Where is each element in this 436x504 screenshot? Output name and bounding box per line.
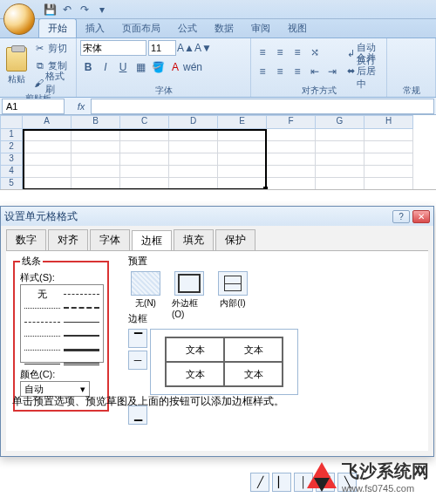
- col-header[interactable]: A: [23, 115, 72, 129]
- style-none[interactable]: 无: [24, 289, 60, 299]
- row-header[interactable]: 5: [0, 178, 23, 190]
- cell[interactable]: [72, 166, 120, 178]
- worksheet[interactable]: A B C D E F G H 12345: [0, 115, 436, 190]
- border-middle-button[interactable]: ─: [128, 351, 147, 370]
- cell[interactable]: [169, 141, 218, 153]
- cell[interactable]: [267, 178, 316, 190]
- cell[interactable]: [316, 141, 364, 153]
- fx-icon[interactable]: fx: [73, 101, 89, 112]
- cell[interactable]: [364, 153, 413, 166]
- cell[interactable]: [120, 166, 169, 178]
- cell[interactable]: [72, 129, 120, 141]
- cell[interactable]: [169, 153, 218, 166]
- border-diag-up-button[interactable]: ╱: [250, 473, 269, 492]
- style-dashdotdot[interactable]: [24, 330, 60, 341]
- indent-increase-button[interactable]: ⇥: [324, 64, 340, 79]
- font-name-select[interactable]: [80, 40, 146, 56]
- cut-button[interactable]: ✂剪切: [31, 40, 71, 56]
- font-size-select[interactable]: [148, 40, 176, 56]
- name-box[interactable]: A1: [2, 99, 65, 114]
- cell[interactable]: [218, 129, 267, 141]
- cell[interactable]: [267, 166, 316, 178]
- formula-input[interactable]: [91, 99, 434, 114]
- cell[interactable]: [267, 141, 316, 153]
- cell[interactable]: [218, 166, 267, 178]
- grow-font-button[interactable]: A▲: [178, 40, 194, 56]
- border-left-button[interactable]: ▏: [272, 473, 291, 492]
- cell[interactable]: [120, 129, 169, 141]
- style-thick[interactable]: [64, 344, 99, 355]
- style-hair[interactable]: [24, 344, 60, 355]
- cell[interactable]: [72, 153, 120, 166]
- merge-center-button[interactable]: ⬌合并后居中: [344, 64, 383, 79]
- save-icon[interactable]: 💾: [42, 2, 58, 17]
- cell[interactable]: [23, 153, 72, 166]
- style-med-dash[interactable]: [64, 303, 99, 313]
- align-middle-button[interactable]: ≡: [272, 44, 288, 60]
- tab-page-layout[interactable]: 页面布局: [113, 19, 169, 37]
- dtab-fill[interactable]: 填充: [174, 229, 214, 250]
- cell[interactable]: [169, 166, 218, 178]
- undo-icon[interactable]: ↶: [59, 2, 75, 17]
- cell[interactable]: [316, 178, 364, 190]
- redo-icon[interactable]: ↷: [77, 2, 92, 17]
- phonetic-button[interactable]: wén: [185, 59, 201, 75]
- tab-home[interactable]: 开始: [38, 18, 77, 37]
- border-preview[interactable]: 文本 文本 文本 文本: [150, 329, 298, 395]
- cell[interactable]: [23, 141, 72, 153]
- style-dashed[interactable]: [24, 317, 60, 327]
- col-header[interactable]: B: [72, 115, 120, 129]
- cell[interactable]: [316, 129, 364, 141]
- cell[interactable]: [364, 178, 413, 190]
- dialog-help-button[interactable]: ?: [392, 210, 410, 223]
- align-top-button[interactable]: ≡: [255, 44, 270, 60]
- cell[interactable]: [120, 178, 169, 190]
- dtab-number[interactable]: 数字: [6, 229, 46, 250]
- orientation-button[interactable]: ⤭: [307, 44, 323, 60]
- cell[interactable]: [364, 141, 413, 153]
- col-header[interactable]: F: [267, 115, 316, 129]
- row-header[interactable]: 2: [0, 141, 23, 153]
- align-bottom-button[interactable]: ≡: [290, 44, 305, 60]
- align-right-button[interactable]: ≡: [290, 64, 305, 79]
- cell[interactable]: [23, 129, 72, 141]
- cell[interactable]: [364, 129, 413, 141]
- tab-review[interactable]: 审阅: [242, 19, 279, 37]
- cell[interactable]: [23, 178, 72, 190]
- dtab-border[interactable]: 边框: [132, 230, 172, 251]
- tab-view[interactable]: 视图: [279, 19, 316, 37]
- cell[interactable]: [120, 141, 169, 153]
- style-dotted[interactable]: [24, 303, 60, 313]
- office-button[interactable]: [3, 3, 35, 35]
- dtab-protection[interactable]: 保护: [215, 229, 255, 250]
- line-style-list[interactable]: 无: [20, 284, 104, 363]
- font-color-button[interactable]: A: [167, 59, 183, 75]
- cell[interactable]: [120, 153, 169, 166]
- fill-color-button[interactable]: 🪣: [150, 59, 166, 75]
- cell[interactable]: [218, 178, 267, 190]
- row-header[interactable]: 3: [0, 153, 23, 166]
- cell[interactable]: [23, 166, 72, 178]
- cell[interactable]: [267, 153, 316, 166]
- col-header[interactable]: H: [364, 115, 413, 129]
- indent-decrease-button[interactable]: ⇤: [307, 64, 323, 79]
- col-header[interactable]: C: [120, 115, 169, 129]
- paste-button[interactable]: 粘贴: [3, 47, 31, 85]
- row-header[interactable]: 1: [0, 129, 23, 141]
- cell[interactable]: [316, 166, 364, 178]
- italic-button[interactable]: I: [98, 59, 113, 75]
- align-left-button[interactable]: ≡: [255, 64, 270, 79]
- cell[interactable]: [169, 129, 218, 141]
- cell[interactable]: [72, 141, 120, 153]
- cell[interactable]: [364, 166, 413, 178]
- tab-insert[interactable]: 插入: [77, 19, 113, 37]
- cell[interactable]: [267, 129, 316, 141]
- style-medium[interactable]: [64, 330, 99, 341]
- row-header[interactable]: 4: [0, 166, 23, 178]
- cell[interactable]: [218, 153, 267, 166]
- cell[interactable]: [169, 178, 218, 190]
- col-header[interactable]: D: [169, 115, 218, 129]
- qat-more-icon[interactable]: ▾: [94, 2, 110, 17]
- style-dash-dot[interactable]: [64, 289, 99, 299]
- select-all-corner[interactable]: [0, 115, 23, 129]
